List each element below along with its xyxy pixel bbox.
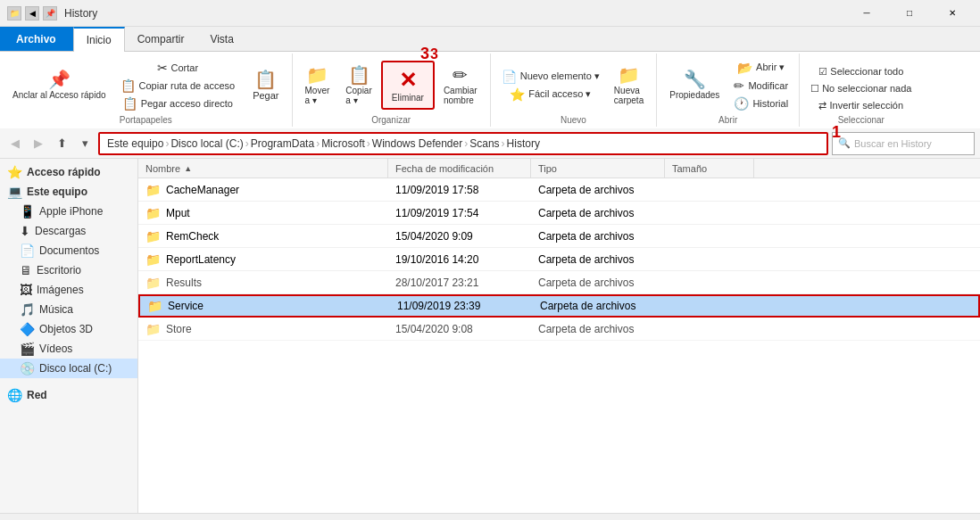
paste-icon: 📋 — [254, 70, 277, 88]
recent-button[interactable]: ▾ — [75, 134, 95, 153]
tab-vista[interactable]: Vista — [197, 27, 246, 51]
minimize-button[interactable]: ─ — [846, 0, 887, 27]
eliminar-btn[interactable]: ✕ Eliminar 3 — [381, 61, 435, 110]
abrir-label: Abrir — [718, 113, 737, 125]
ribbon-content: 📌 Anclar al Acceso rápido ✂ Cortar 📋 Cop… — [0, 52, 980, 128]
sidebar-item-imagenes[interactable]: 🖼 Imágenes — [0, 280, 137, 300]
properties-icon: 🔧 — [684, 70, 706, 88]
address-microsoft[interactable]: Microsoft — [321, 137, 365, 150]
seleccionar-label: Seleccionar — [838, 113, 884, 125]
historial-btn[interactable]: 🕐 Historial — [728, 95, 793, 111]
copy-to-icon: 📋 — [348, 66, 370, 84]
up-button[interactable]: ⬆ — [52, 134, 71, 153]
col-header-type[interactable]: Tipo — [531, 159, 665, 177]
tab-archivo[interactable]: Archivo — [0, 27, 73, 51]
back-button[interactable]: ◀ — [5, 134, 25, 153]
sidebar-item-videos[interactable]: 🎬 Vídeos — [0, 339, 137, 359]
propiedades-btn[interactable]: 🔧 Propiedades — [662, 67, 727, 103]
maximize-button[interactable]: □ — [889, 0, 930, 27]
nuevo-label: Nuevo — [561, 113, 586, 125]
sidebar-quick-access[interactable]: ⭐ Acceso rápido — [0, 162, 137, 182]
objects3d-icon: 🔷 — [20, 322, 35, 336]
abrir-btn[interactable]: 📂 Abrir ▾ — [728, 60, 793, 76]
col-header-date[interactable]: Fecha de modificación — [388, 159, 531, 177]
forward-button[interactable]: ▶ — [29, 134, 48, 153]
status-bar: 7 elementos | 1 elemento seleccionado — [0, 513, 980, 520]
address-windows-defender[interactable]: Windows Defender — [372, 137, 462, 150]
tab-compartir[interactable]: Compartir — [125, 27, 198, 51]
sidebar-item-musica[interactable]: 🎵 Música — [0, 300, 137, 319]
sidebar-item-objetos3d[interactable]: 🔷 Objetos 3D — [0, 319, 137, 339]
table-row[interactable]: 📁 Store 15/04/2020 9:08 Carpeta de archi… — [138, 318, 980, 341]
close-button[interactable]: ✕ — [932, 0, 973, 27]
tab-inicio[interactable]: Inicio — [73, 27, 125, 52]
pegar-btn[interactable]: 📋 Pegar — [245, 67, 286, 104]
star-icon: ⭐ — [7, 165, 22, 179]
col-header-size[interactable]: Tamaño — [665, 159, 754, 177]
anclar-acceso-btn[interactable]: 📌 Anclar al Acceso rápido — [5, 67, 113, 104]
sidebar-item-documentos[interactable]: 📄 Documentos — [0, 241, 137, 260]
seleccionar-todo-btn[interactable]: ☑ Seleccionar todo — [805, 64, 917, 79]
cut-icon: ✂ — [157, 62, 168, 74]
sidebar-item-iphone[interactable]: 📱 Apple iPhone — [0, 202, 137, 221]
new-folder-icon: 📁 — [618, 66, 640, 84]
facil-acceso-btn[interactable]: ⭐ Fácil acceso ▾ — [496, 87, 605, 103]
sidebar-this-pc[interactable]: 💻 Este equipo — [0, 182, 137, 202]
address-bar[interactable]: 1 Este equipo › Disco local (C:) › Progr… — [98, 132, 828, 155]
title-bar-pin-icon: 📌 — [43, 6, 57, 21]
cambiar-nombre-btn[interactable]: ✏ Cambiarnombre — [436, 62, 485, 109]
sidebar-item-escritorio[interactable]: 🖥 Escritorio — [0, 260, 137, 280]
modificar-btn[interactable]: ✏ Modificar — [728, 78, 793, 94]
ribbon-group-nuevo: 📄 Nuevo elemento ▾ ⭐ Fácil acceso ▾ 📁 Nu… — [491, 54, 658, 127]
table-row[interactable]: 📁 Results 28/10/2017 23:21 Carpeta de ar… — [138, 271, 980, 294]
network-icon: 🌐 — [7, 388, 22, 402]
address-area: ◀ ▶ ⬆ ▾ 1 Este equipo › Disco local (C:)… — [0, 128, 980, 159]
easy-access-icon: ⭐ — [510, 88, 525, 101]
search-bar[interactable]: 🔍 Buscar en History — [832, 132, 975, 155]
address-history[interactable]: History — [507, 137, 540, 150]
folder-icon: 📁 — [145, 276, 161, 290]
mover-btn[interactable]: 📁 Movera ▾ — [298, 62, 337, 109]
computer-icon: 💻 — [7, 185, 22, 199]
file-list: Nombre ▲ Fecha de modificación Tipo Tama… — [138, 159, 980, 513]
nueva-carpeta-btn[interactable]: 📁 Nuevacarpeta — [607, 62, 651, 109]
table-row[interactable]: 📁 RemCheck 15/04/2020 9:09 Carpeta de ar… — [138, 225, 980, 248]
no-seleccionar-btn[interactable]: ☐ No seleccionar nada — [805, 81, 917, 96]
sidebar: ⭐ Acceso rápido 💻 Este equipo 📱 Apple iP… — [0, 159, 138, 513]
folder-icon: 📁 — [145, 229, 161, 243]
window-title: History — [64, 7, 97, 20]
sidebar-network[interactable]: 🌐 Red — [0, 385, 137, 405]
cortar-btn[interactable]: ✂ Cortar — [115, 60, 241, 76]
copiar-btn[interactable]: 📋 Copiar ruta de acceso — [115, 78, 241, 94]
ribbon-group-seleccionar: ☑ Seleccionar todo ☐ No seleccionar nada… — [800, 54, 922, 127]
table-row-service[interactable]: 📁 Service 11/09/2019 23:39 Carpeta de ar… — [138, 294, 980, 318]
nuevo-buttons: 📄 Nuevo elemento ▾ ⭐ Fácil acceso ▾ 📁 Nu… — [496, 57, 652, 113]
history-icon: 🕐 — [734, 97, 749, 110]
table-row[interactable]: 📁 ReportLatency 19/10/2016 14:20 Carpeta… — [138, 248, 980, 271]
table-row[interactable]: 📁 Mput 11/09/2019 17:54 Carpeta de archi… — [138, 202, 980, 225]
move-icon: 📁 — [306, 66, 328, 84]
desktop-icon: 🖥 — [20, 263, 32, 277]
folder-icon: 📁 — [145, 252, 161, 267]
sidebar-item-descargas[interactable]: ⬇ Descargas — [0, 221, 137, 241]
address-programdata[interactable]: ProgramData — [251, 137, 314, 150]
address-scans[interactable]: Scans — [469, 137, 499, 150]
pin-icon: 📌 — [48, 70, 71, 88]
address-disk-c[interactable]: Disco local (C:) — [170, 137, 243, 150]
table-row[interactable]: 📁 CacheManager 11/09/2019 17:58 Carpeta … — [138, 178, 980, 202]
main-area: ⭐ Acceso rápido 💻 Este equipo 📱 Apple iP… — [0, 159, 980, 513]
nuevo-elemento-btn[interactable]: 📄 Nuevo elemento ▾ — [496, 69, 605, 85]
title-bar-icons: 📁 ◀ 📌 — [7, 6, 57, 21]
sidebar-item-disco-c[interactable]: 💿 Disco local (C:) — [0, 359, 137, 378]
rename-icon: ✏ — [453, 66, 468, 84]
copiar-a-btn[interactable]: 📋 Copiara ▾ — [338, 62, 378, 109]
ribbon-group-abrir: 🔧 Propiedades 📂 Abrir ▾ ✏ Modificar 🕐 Hi… — [657, 54, 800, 127]
invertir-seleccion-btn[interactable]: ⇄ Invertir selección — [805, 98, 917, 113]
portapapeles-buttons: 📌 Anclar al Acceso rápido ✂ Cortar 📋 Cop… — [5, 57, 287, 113]
folder-icon: 📁 — [145, 183, 161, 197]
col-header-name[interactable]: Nombre ▲ — [138, 159, 388, 177]
address-this-pc[interactable]: Este equipo — [107, 137, 163, 150]
documents-icon: 📄 — [20, 243, 35, 258]
folder-icon: 📁 — [147, 299, 162, 313]
pegar-acceso-btn[interactable]: 📋 Pegar acceso directo — [115, 95, 241, 111]
